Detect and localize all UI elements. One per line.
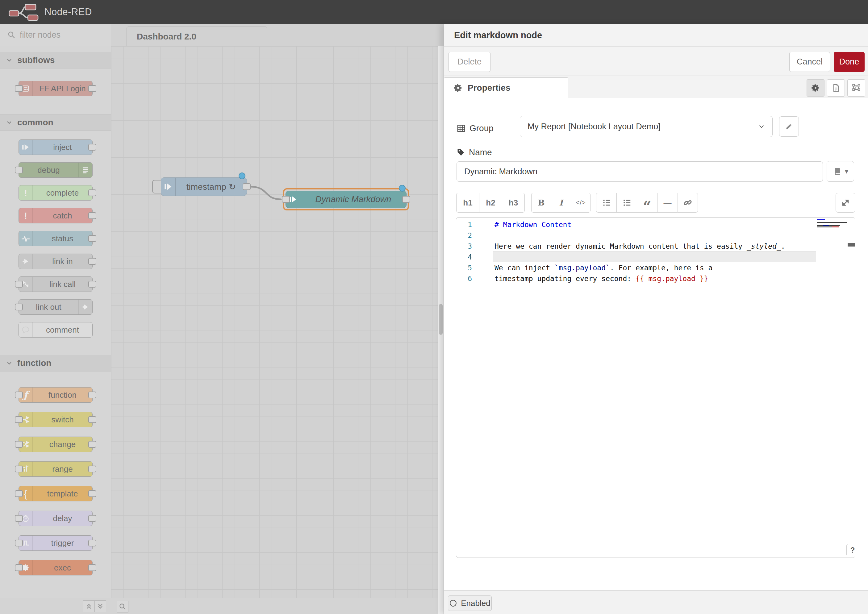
tab-dashboard-2-0[interactable]: Dashboard 2.0 [127, 26, 267, 46]
input-port[interactable] [15, 490, 23, 497]
palette-node-inject[interactable]: inject [19, 140, 93, 155]
toolbar-button-h1[interactable]: h1 [456, 193, 479, 212]
input-port[interactable] [15, 304, 23, 310]
group-select[interactable]: My Report [Notebook Layout Demo] [520, 116, 773, 137]
toolbar-button-h3[interactable]: h3 [502, 193, 525, 212]
output-port[interactable] [88, 490, 96, 497]
edit-dialog: Edit markdown node Delete Cancel Done Pr… [444, 24, 868, 614]
palette-node-link-call[interactable]: link call [19, 276, 93, 292]
output-port[interactable] [88, 144, 96, 150]
palette-node-link-in[interactable]: link in [19, 254, 93, 269]
palette-node-link-out[interactable]: link out [19, 299, 93, 315]
output-port[interactable] [88, 85, 96, 92]
input-port[interactable] [15, 540, 23, 546]
output-port[interactable] [88, 540, 96, 546]
line-number: 2 [456, 230, 472, 241]
minimap[interactable] [817, 219, 847, 231]
tab-properties[interactable]: Properties [444, 78, 568, 98]
node-red-app: Node-RED filter nodes subflowsFF API Log… [0, 0, 868, 614]
output-port[interactable] [242, 183, 251, 190]
palette-node-switch[interactable]: switch [19, 412, 93, 427]
palette-section-subflows[interactable]: subflows [0, 52, 111, 68]
palette-node-change[interactable]: change [19, 437, 93, 452]
input-port[interactable] [15, 441, 23, 448]
input-port[interactable] [15, 416, 23, 423]
input-port[interactable] [15, 167, 23, 174]
line-number: 6 [456, 273, 472, 284]
canvas-scrollbar-thumb[interactable] [439, 304, 443, 335]
delete-button[interactable]: Delete [449, 52, 491, 72]
palette-section-common[interactable]: common [0, 114, 111, 131]
link-icon [78, 299, 92, 315]
palette-node-exec[interactable]: exec [19, 560, 93, 575]
name-input[interactable]: Dynamic Markdown [457, 161, 823, 182]
output-port[interactable] [88, 564, 96, 571]
input-port[interactable] [282, 196, 290, 203]
toolbar-group-0: h1h2h3 [456, 193, 525, 212]
wire-timestamp-to-markdown[interactable] [251, 187, 281, 199]
toolbar-button-h2[interactable]: h2 [479, 193, 502, 212]
toolbar-button-i[interactable]: I [551, 193, 571, 212]
input-port[interactable] [15, 281, 23, 288]
input-port[interactable] [15, 465, 23, 472]
edit-group-button[interactable] [779, 116, 799, 137]
zoom-search-button[interactable] [117, 601, 129, 612]
pencil-icon [785, 122, 793, 131]
palette-node-delay[interactable]: delay [19, 511, 93, 526]
output-port[interactable] [88, 235, 96, 242]
properties-tab-button[interactable] [807, 79, 825, 96]
hr-icon[interactable]: — [657, 193, 677, 212]
node-dynamic-markdown[interactable]: Dynamic Markdown [286, 191, 407, 208]
palette-filter[interactable]: filter nodes [0, 24, 111, 46]
chain-link-icon[interactable] [677, 193, 698, 212]
inject-icon [19, 140, 33, 155]
name-label: Name [457, 147, 492, 157]
palette-node-complete[interactable]: !complete [19, 185, 93, 200]
node-timestamp[interactable]: timestamp ↻ [161, 177, 247, 196]
palette-node-trigger[interactable]: trigger [19, 535, 93, 551]
palette-node-comment[interactable]: comment [19, 322, 93, 338]
palette-node-FF-API-Login[interactable]: FF API Login [19, 81, 93, 96]
palette-node-template[interactable]: {template [19, 486, 93, 501]
output-port[interactable] [88, 515, 96, 522]
palette-node-function[interactable]: ƒfunction [19, 387, 93, 403]
output-port[interactable] [88, 441, 96, 448]
output-port[interactable] [88, 189, 96, 196]
palette-node-range[interactable]: range [19, 461, 93, 477]
output-port[interactable] [88, 392, 96, 398]
palette-section-function[interactable]: function [0, 355, 111, 372]
expand-all-button[interactable] [95, 600, 106, 612]
unordered-list-icon[interactable] [616, 193, 637, 212]
done-button[interactable]: Done [834, 52, 865, 72]
input-port[interactable] [15, 392, 23, 398]
editor-help-button[interactable]: ? [846, 544, 856, 556]
input-port[interactable] [15, 515, 23, 522]
ordered-list-icon[interactable] [596, 193, 616, 212]
output-port[interactable] [88, 258, 96, 265]
description-tab-button[interactable] [827, 79, 845, 96]
output-port[interactable] [88, 416, 96, 423]
name-type-button[interactable]: ▾ [827, 161, 854, 182]
output-port[interactable] [88, 465, 96, 472]
input-port[interactable] [15, 564, 23, 571]
collapse-all-button[interactable] [83, 600, 95, 612]
toolbar-button-[interactable]: </> [571, 193, 590, 212]
palette-node-debug[interactable]: debug [19, 162, 93, 178]
input-port[interactable] [15, 85, 23, 92]
palette-node-catch[interactable]: !catch [19, 208, 93, 223]
expand-editor-button[interactable] [835, 193, 856, 212]
exclaim-icon: ! [19, 185, 33, 200]
enabled-toggle-button[interactable]: Enabled [448, 595, 492, 611]
toolbar-group-2: “— [596, 193, 698, 212]
quote-icon[interactable]: “ [637, 193, 657, 212]
flow-canvas[interactable] [111, 46, 438, 598]
toolbar-button-b[interactable]: B [531, 193, 551, 212]
output-port[interactable] [88, 281, 96, 288]
palette-node-status[interactable]: status [19, 231, 93, 246]
markdown-code-editor[interactable]: 1# Markdown Content23Here we can render … [456, 217, 856, 558]
appearance-tab-button[interactable] [847, 79, 865, 96]
search-icon [8, 31, 16, 39]
output-port[interactable] [88, 212, 96, 219]
output-port[interactable] [402, 196, 410, 203]
cancel-button[interactable]: Cancel [789, 52, 830, 72]
